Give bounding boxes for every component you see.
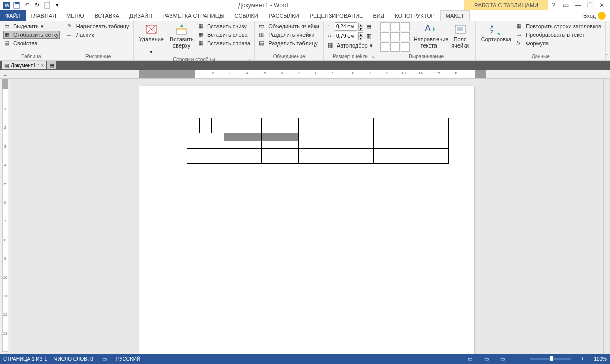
- zoom-level[interactable]: 100%: [594, 356, 607, 362]
- view-print-layout[interactable]: ▭: [482, 355, 491, 362]
- table-cell[interactable]: [336, 118, 374, 133]
- tab-review[interactable]: РЕЦЕНЗИРОВАНИЕ: [304, 10, 368, 21]
- qat-dropdown[interactable]: ▾: [53, 1, 62, 10]
- tab-menu[interactable]: Меню: [61, 10, 90, 21]
- collapse-ribbon-button[interactable]: ˇ: [606, 54, 608, 59]
- tab-table-design[interactable]: КОНСТРУКТОР: [389, 10, 440, 21]
- align-top-center[interactable]: [390, 22, 400, 31]
- table-cell[interactable]: [374, 118, 411, 133]
- table-row[interactable]: [187, 149, 449, 156]
- table-cell[interactable]: [224, 118, 262, 133]
- table-row[interactable]: [187, 118, 449, 133]
- tab-references[interactable]: ССЫЛКИ: [230, 10, 264, 21]
- redo-button[interactable]: ↻: [32, 1, 41, 10]
- tab-page-layout[interactable]: РАЗМЕТКА СТРАНИЦЫ: [157, 10, 229, 21]
- table-cell[interactable]: [411, 141, 449, 149]
- table-cell[interactable]: [374, 156, 411, 164]
- restore-button[interactable]: ❐: [585, 1, 595, 10]
- table-cell[interactable]: [374, 141, 411, 149]
- table-cell[interactable]: [411, 133, 449, 141]
- table-cell[interactable]: [336, 156, 374, 164]
- col-width-input[interactable]: [335, 32, 357, 40]
- table-cell[interactable]: [336, 133, 374, 141]
- cell-margins-button[interactable]: Поля ячейки: [448, 22, 472, 50]
- document-tab[interactable]: ▤ Документ1 * ×: [2, 61, 46, 69]
- horizontal-ruler[interactable]: 12345678910111213141516: [10, 70, 605, 78]
- select-button[interactable]: ▭Выделить ▾: [3, 22, 60, 30]
- align-top-left[interactable]: [380, 22, 389, 31]
- eraser-button[interactable]: ▱Ластик: [66, 31, 130, 39]
- formula-button[interactable]: fxФормула: [515, 39, 602, 48]
- document-canvas[interactable]: [10, 79, 603, 354]
- table-cell[interactable]: [411, 118, 449, 133]
- table-cell[interactable]: [299, 149, 336, 156]
- table-cell[interactable]: [262, 141, 299, 149]
- zoom-out-button[interactable]: −: [514, 355, 523, 362]
- align-middle-right[interactable]: [401, 32, 410, 41]
- align-middle-center[interactable]: [390, 32, 400, 41]
- split-table-button[interactable]: ▤Разделить таблицу: [258, 39, 320, 48]
- cell-size-dialog-launcher[interactable]: ⤡: [371, 55, 376, 60]
- tab-table-layout[interactable]: МАКЕТ: [440, 10, 470, 21]
- proofing-icon[interactable]: ▭: [100, 355, 109, 362]
- draw-table-button[interactable]: ✎Нарисовать таблицу: [66, 22, 130, 30]
- table-cell[interactable]: [262, 149, 299, 156]
- table-cell[interactable]: [262, 156, 299, 164]
- zoom-in-button[interactable]: +: [578, 355, 587, 362]
- table-cell[interactable]: [374, 133, 411, 141]
- distribute-cols-icon[interactable]: ▥: [366, 33, 373, 40]
- close-button[interactable]: ✕: [597, 1, 607, 10]
- zoom-slider[interactable]: [530, 358, 571, 360]
- col-width-down[interactable]: ▼: [358, 36, 363, 40]
- table-cell-selected[interactable]: [262, 133, 299, 141]
- table-cell[interactable]: [224, 149, 262, 156]
- table-cell[interactable]: [299, 141, 336, 149]
- table-cell[interactable]: [224, 156, 262, 164]
- save-button[interactable]: [12, 1, 21, 10]
- table-cell[interactable]: [187, 133, 224, 141]
- new-doc-button[interactable]: [42, 1, 52, 10]
- row-height-up[interactable]: ▲: [358, 23, 363, 27]
- align-middle-left[interactable]: [380, 32, 389, 41]
- insert-above-button[interactable]: Вставить сверху: [168, 22, 195, 50]
- delete-button[interactable]: Удаление▾: [137, 22, 166, 56]
- table-row[interactable]: [187, 156, 449, 164]
- tab-file[interactable]: ФАЙЛ: [0, 10, 26, 21]
- table-cell[interactable]: [411, 156, 449, 164]
- vertical-ruler[interactable]: 12345678910111213: [0, 79, 10, 354]
- properties-button[interactable]: ▤Свойства: [3, 39, 60, 48]
- table-cell[interactable]: [262, 118, 299, 133]
- ribbon-display-button[interactable]: ▭: [560, 1, 571, 10]
- new-tab-button[interactable]: ▤: [47, 61, 56, 69]
- table-cell[interactable]: [187, 149, 224, 156]
- tab-insert[interactable]: ВСТАВКА: [90, 10, 124, 21]
- view-gridlines-button[interactable]: ▦Отобразить сетку: [3, 31, 60, 39]
- status-language[interactable]: РУССКИЙ: [116, 356, 140, 362]
- status-page[interactable]: СТРАНИЦА 1 ИЗ 1: [3, 356, 47, 362]
- table-row[interactable]: [187, 141, 449, 149]
- table-cell[interactable]: [212, 118, 224, 133]
- table-cell[interactable]: [299, 133, 336, 141]
- row-height-down[interactable]: ▼: [358, 27, 363, 31]
- sign-in[interactable]: Вход: [579, 10, 610, 21]
- row-height-input[interactable]: [335, 22, 357, 31]
- table-cell[interactable]: [299, 118, 336, 133]
- col-width-up[interactable]: ▲: [358, 32, 363, 36]
- tab-mailings[interactable]: РАССЫЛКИ: [264, 10, 304, 21]
- tab-home[interactable]: ГЛАВНАЯ: [26, 10, 61, 21]
- merge-cells-button[interactable]: ▭Объединить ячейки: [258, 22, 320, 30]
- document-table[interactable]: [187, 118, 449, 164]
- table-cell[interactable]: [299, 156, 336, 164]
- table-cell-selected[interactable]: [224, 133, 262, 141]
- table-cell[interactable]: [187, 118, 200, 133]
- status-word-count[interactable]: ЧИСЛО СЛОВ: 0: [54, 356, 93, 362]
- rows-cols-dialog-launcher[interactable]: ⤡: [248, 58, 253, 63]
- tab-view[interactable]: ВИД: [368, 10, 389, 21]
- table-cell[interactable]: [200, 118, 212, 133]
- table-cell[interactable]: [224, 141, 262, 149]
- table-row[interactable]: [187, 133, 449, 141]
- tab-design[interactable]: ДИЗАЙН: [124, 10, 157, 21]
- vertical-scrollbar[interactable]: [603, 79, 610, 354]
- table-cell[interactable]: [411, 149, 449, 156]
- minimize-button[interactable]: —: [573, 1, 583, 10]
